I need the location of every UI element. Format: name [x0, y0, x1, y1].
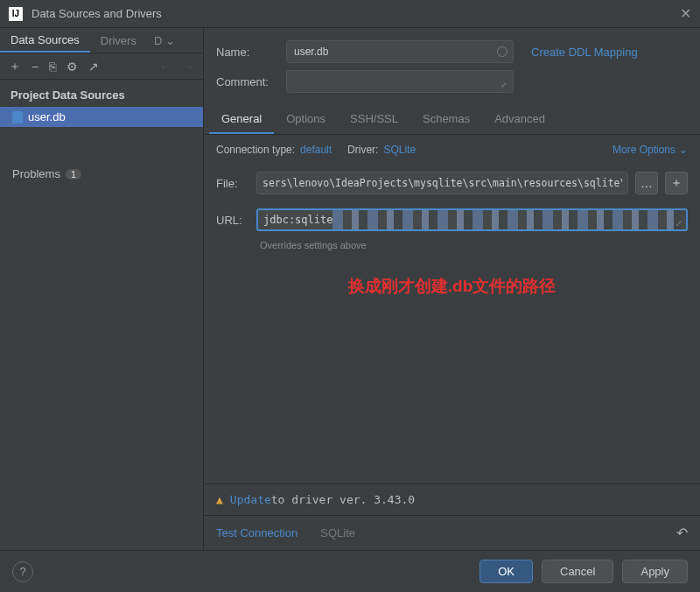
copy-icon[interactable]: ⎘: [49, 60, 56, 74]
driver-label: Driver:: [347, 144, 378, 156]
problems-badge: 1: [66, 169, 81, 180]
tab-overflow[interactable]: D ⌄: [147, 34, 182, 47]
color-circle-icon[interactable]: [497, 46, 508, 57]
file-input[interactable]: [256, 172, 628, 194]
add-file-button[interactable]: ＋: [665, 172, 688, 194]
conn-type-value[interactable]: default: [300, 144, 332, 156]
browse-button[interactable]: …: [635, 172, 658, 194]
database-icon: [12, 111, 23, 123]
cancel-button[interactable]: Cancel: [542, 560, 613, 583]
comment-label: Comment:: [216, 75, 279, 88]
more-options[interactable]: More Options ⌄: [612, 144, 688, 156]
tab-data-sources[interactable]: Data Sources: [0, 28, 90, 53]
create-ddl-link[interactable]: Create DDL Mapping: [531, 46, 638, 59]
conn-type-label: Connection type:: [216, 144, 295, 156]
url-label: URL:: [216, 214, 249, 227]
tab-options[interactable]: Options: [274, 105, 338, 134]
sidebar: Data Sources Drivers D ⌄ ＋ − ⎘ ⚙ ↗ ← → P…: [0, 28, 204, 550]
tab-general[interactable]: General: [209, 105, 274, 134]
problems-label: Problems: [12, 167, 60, 180]
apply-button[interactable]: Apply: [622, 560, 688, 583]
url-hint: Overrides settings above: [204, 238, 700, 250]
close-icon[interactable]: ✕: [680, 5, 691, 22]
forward-icon[interactable]: →: [182, 60, 194, 74]
warning-icon: ▲: [216, 493, 223, 506]
tab-ssh[interactable]: SSH/SSL: [338, 105, 410, 134]
source-item-label: user.db: [28, 110, 66, 123]
url-prefix: jdbc:sqlite: [263, 214, 332, 226]
tab-drivers[interactable]: Drivers: [90, 28, 147, 53]
update-text: to driver ver. 3.43.0: [271, 493, 415, 506]
source-item-userdb[interactable]: user.db: [0, 107, 203, 127]
annotation-text: 换成刚才创建.db文件的路径: [204, 275, 700, 298]
comment-input[interactable]: ⤢: [286, 70, 514, 93]
problems-item[interactable]: Problems 1: [0, 164, 203, 184]
url-redacted: [332, 210, 681, 229]
expand-icon[interactable]: ⤢: [676, 219, 682, 228]
content-panel: Name: user.db Create DDL Mapping Comment…: [204, 28, 700, 550]
test-connection-link[interactable]: Test Connection: [216, 526, 298, 539]
back-icon[interactable]: ←: [159, 60, 172, 74]
settings-icon[interactable]: ⚙: [66, 60, 78, 74]
ok-button[interactable]: OK: [480, 560, 533, 583]
name-label: Name:: [216, 46, 279, 59]
app-icon: IJ: [9, 7, 23, 21]
update-link[interactable]: Update: [230, 493, 271, 506]
undo-icon[interactable]: ↶: [676, 525, 688, 541]
remove-icon[interactable]: −: [32, 60, 38, 74]
section-header: Project Data Sources: [0, 80, 203, 107]
titlebar: IJ Data Sources and Drivers ✕: [0, 0, 700, 28]
driver-name: SQLite: [320, 526, 355, 539]
chevron-down-icon: ⌄: [679, 144, 688, 156]
tab-schemas[interactable]: Schemas: [410, 105, 482, 134]
window-title: Data Sources and Drivers: [32, 7, 680, 20]
url-input[interactable]: jdbc:sqlite ⤢: [256, 208, 688, 231]
chevron-down-icon: ⌄: [165, 34, 175, 47]
driver-value[interactable]: SQLite: [383, 144, 416, 156]
tab-advanced[interactable]: Advanced: [482, 105, 557, 134]
name-input[interactable]: user.db: [286, 40, 514, 63]
file-label: File:: [216, 177, 249, 190]
add-icon[interactable]: ＋: [9, 59, 21, 74]
export-icon[interactable]: ↗: [88, 60, 99, 74]
expand-icon[interactable]: ⤢: [500, 81, 508, 89]
help-button[interactable]: ?: [12, 561, 33, 582]
